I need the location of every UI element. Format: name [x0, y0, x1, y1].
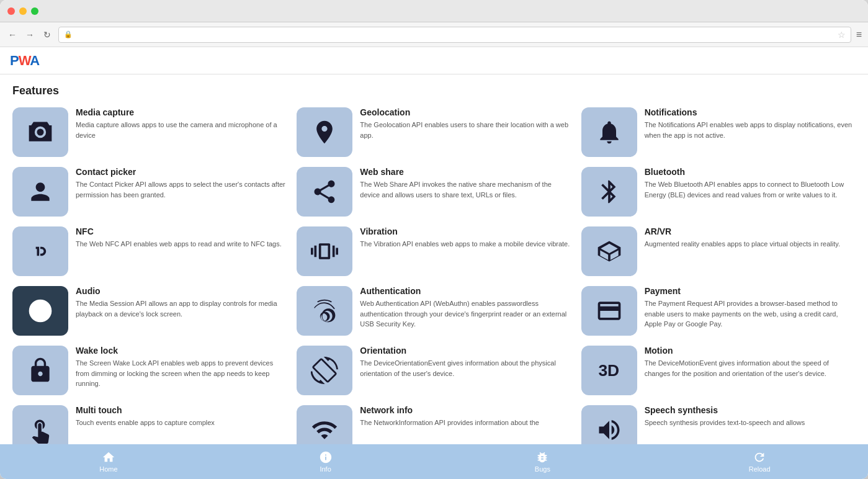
- feature-info-authentication: Authentication Web Authentication API (W…: [360, 286, 571, 329]
- feature-info-geolocation: Geolocation The Geolocation API enables …: [360, 107, 571, 140]
- feature-card-bluetooth[interactable]: Bluetooth The Web Bluetooth API enables …: [581, 167, 856, 217]
- feature-desc-motion: The DeviceMotionEvent gives information …: [645, 358, 856, 378]
- nav-label-info: Info: [320, 465, 331, 473]
- feature-name-orientation: Orientation: [360, 346, 571, 356]
- feature-info-wake-lock: Wake lock The Screen Wake Lock API enabl…: [76, 346, 287, 389]
- page-title: Features: [12, 84, 856, 97]
- feature-name-notifications: Notifications: [645, 107, 856, 117]
- feature-card-contact-picker[interactable]: Contact picker The Contact Picker API al…: [12, 167, 287, 217]
- app-logo: PWA: [10, 53, 39, 69]
- feature-desc-notifications: The Notifications API enables web apps t…: [645, 120, 856, 140]
- feature-icon-media-capture: [12, 107, 68, 157]
- minimize-button[interactable]: [19, 7, 27, 15]
- feature-info-notifications: Notifications The Notifications API enab…: [645, 107, 856, 140]
- feature-card-vibration[interactable]: Vibration The Vibration API enables web …: [297, 226, 571, 276]
- feature-desc-payment: The Payment Request API provides a brows…: [645, 298, 856, 329]
- feature-desc-authentication: Web Authentication API (WebAuthn) enable…: [360, 298, 571, 329]
- feature-name-audio: Audio: [76, 286, 287, 296]
- feature-info-audio: Audio The Media Session API allows an ap…: [76, 286, 287, 319]
- feature-name-speech-synthesis: Speech synthesis: [645, 405, 856, 415]
- feature-name-bluetooth: Bluetooth: [645, 167, 856, 177]
- feature-card-authentication[interactable]: Authentication Web Authentication API (W…: [297, 286, 571, 336]
- feature-card-audio[interactable]: Audio The Media Session API allows an ap…: [12, 286, 287, 336]
- maximize-button[interactable]: [31, 7, 38, 15]
- feature-name-vibration: Vibration: [360, 226, 571, 236]
- feature-desc-geolocation: The Geolocation API enables users to sha…: [360, 120, 571, 140]
- svg-rect-1: [29, 240, 52, 263]
- feature-desc-vibration: The Vibration API enables web apps to ma…: [360, 239, 571, 249]
- feature-icon-web-share: [297, 167, 352, 217]
- feature-card-web-share[interactable]: Web share The Web Share API invokes the …: [297, 167, 571, 217]
- feature-desc-media-capture: Media capture allows apps to use the cam…: [76, 120, 287, 140]
- feature-card-network-info[interactable]: Network info The NetworkInformation API …: [297, 405, 571, 444]
- menu-icon[interactable]: ≡: [856, 29, 862, 40]
- nav-item-reload[interactable]: Reload: [651, 450, 868, 473]
- address-bar: ← → ↻ 🔒 ☆ ≡: [0, 22, 868, 47]
- feature-card-ar-vr[interactable]: AR/VR Augmented reality enables apps to …: [581, 226, 856, 276]
- feature-name-nfc: NFC: [76, 226, 287, 236]
- feature-icon-speech-synthesis: [581, 405, 637, 444]
- feature-card-orientation[interactable]: Orientation The DeviceOrientationEvent g…: [297, 346, 571, 395]
- traffic-lights: [7, 7, 38, 15]
- nav-label-reload: Reload: [749, 465, 771, 473]
- feature-card-wake-lock[interactable]: Wake lock The Screen Wake Lock API enabl…: [12, 346, 287, 395]
- feature-desc-multi-touch: Touch events enable apps to capture comp…: [76, 418, 287, 428]
- feature-desc-ar-vr: Augmented reality enables apps to place …: [645, 239, 856, 249]
- feature-card-multi-touch[interactable]: Multi touch Touch events enable apps to …: [12, 405, 287, 444]
- feature-info-multi-touch: Multi touch Touch events enable apps to …: [76, 405, 287, 428]
- feature-info-network-info: Network info The NetworkInformation API …: [360, 405, 571, 428]
- feature-card-payment[interactable]: Payment The Payment Request API provides…: [581, 286, 856, 336]
- feature-card-notifications[interactable]: Notifications The Notifications API enab…: [581, 107, 856, 157]
- feature-icon-nfc: [12, 226, 68, 276]
- content-area: Features Media capture Media capture all…: [0, 74, 868, 444]
- feature-name-motion: Motion: [645, 346, 856, 356]
- close-button[interactable]: [7, 7, 15, 15]
- nav-item-info[interactable]: Info: [217, 450, 434, 473]
- nav-item-home[interactable]: Home: [0, 450, 217, 473]
- feature-info-motion: Motion The DeviceMotionEvent gives infor…: [645, 346, 856, 378]
- feature-desc-bluetooth: The Web Bluetooth API enables apps to co…: [645, 179, 856, 200]
- app-header: PWA: [0, 47, 868, 74]
- reload-button[interactable]: ↻: [41, 29, 53, 41]
- feature-card-nfc[interactable]: NFC The Web NFC API enables web apps to …: [12, 226, 287, 276]
- feature-icon-network-info: [297, 405, 352, 444]
- feature-card-motion[interactable]: 3D Motion The DeviceMotionEvent gives in…: [581, 346, 856, 395]
- feature-desc-network-info: The NetworkInformation API provides info…: [360, 418, 571, 428]
- feature-icon-ar-vr: [581, 226, 637, 276]
- feature-card-speech-synthesis[interactable]: Speech synthesis Speech synthesis provid…: [581, 405, 856, 444]
- feature-info-media-capture: Media capture Media capture allows apps …: [76, 107, 287, 140]
- svg-text:3D: 3D: [598, 361, 619, 380]
- feature-icon-payment: [581, 286, 637, 336]
- feature-name-contact-picker: Contact picker: [76, 167, 287, 177]
- feature-info-ar-vr: AR/VR Augmented reality enables apps to …: [645, 226, 856, 249]
- feature-card-media-capture[interactable]: Media capture Media capture allows apps …: [12, 107, 287, 157]
- feature-desc-web-share: The Web Share API invokes the native sha…: [360, 179, 571, 200]
- feature-info-nfc: NFC The Web NFC API enables web apps to …: [76, 226, 287, 249]
- feature-icon-wake-lock: [12, 346, 68, 395]
- feature-icon-notifications: [581, 107, 637, 157]
- feature-card-geolocation[interactable]: Geolocation The Geolocation API enables …: [297, 107, 571, 157]
- nav-item-bugs[interactable]: Bugs: [434, 450, 651, 473]
- feature-name-multi-touch: Multi touch: [76, 405, 287, 415]
- feature-name-wake-lock: Wake lock: [76, 346, 287, 356]
- feature-desc-orientation: The DeviceOrientationEvent gives informa…: [360, 358, 571, 378]
- feature-name-media-capture: Media capture: [76, 107, 287, 117]
- feature-name-geolocation: Geolocation: [360, 107, 571, 117]
- feature-info-vibration: Vibration The Vibration API enables web …: [360, 226, 571, 249]
- url-bar[interactable]: 🔒 ☆: [58, 27, 851, 43]
- feature-desc-audio: The Media Session API allows an app to d…: [76, 298, 287, 319]
- bookmark-icon[interactable]: ☆: [838, 30, 846, 40]
- feature-icon-contact-picker: [12, 167, 68, 217]
- feature-info-orientation: Orientation The DeviceOrientationEvent g…: [360, 346, 571, 378]
- feature-name-payment: Payment: [645, 286, 856, 296]
- feature-icon-bluetooth: [581, 167, 637, 217]
- feature-desc-speech-synthesis: Speech synthesis provides text-to-speech…: [645, 418, 856, 428]
- feature-info-contact-picker: Contact picker The Contact Picker API al…: [76, 167, 287, 200]
- feature-desc-nfc: The Web NFC API enables web apps to read…: [76, 239, 287, 249]
- back-button[interactable]: ←: [6, 29, 19, 41]
- features-grid: Media capture Media capture allows apps …: [12, 107, 856, 444]
- feature-desc-wake-lock: The Screen Wake Lock API enables web app…: [76, 358, 287, 389]
- feature-name-authentication: Authentication: [360, 286, 571, 296]
- forward-button[interactable]: →: [24, 29, 36, 41]
- feature-info-speech-synthesis: Speech synthesis Speech synthesis provid…: [645, 405, 856, 428]
